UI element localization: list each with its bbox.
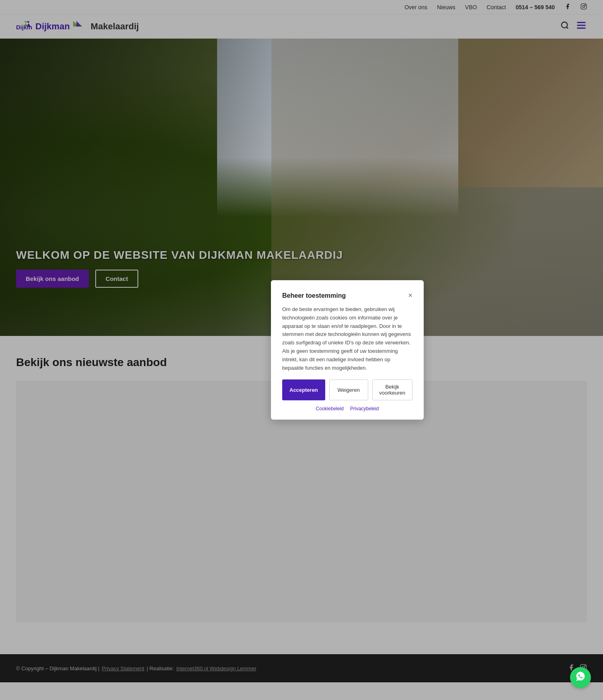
whatsapp-fab-button[interactable] [570, 667, 591, 688]
cookie-dialog: Beheer toestemming × Om de beste ervarin… [271, 280, 424, 420]
cookie-reject-button[interactable]: Weigeren [329, 380, 368, 401]
cookiebeleid-link[interactable]: Cookiebeleid [316, 406, 344, 412]
cookie-header: Beheer toestemming × [282, 291, 412, 300]
cookie-buttons: Accepteren Weigeren Bekijk voorkeuren [282, 380, 412, 401]
cookie-accept-button[interactable]: Accepteren [282, 380, 325, 401]
cookie-close-button[interactable]: × [408, 291, 412, 300]
cookie-text: Om de beste ervaringen te bieden, gebrui… [282, 305, 412, 372]
cookie-links: Cookiebeleid Privacybeleid [282, 406, 412, 412]
privacybeleid-link[interactable]: Privacybeleid [350, 406, 379, 412]
whatsapp-icon [575, 671, 586, 685]
cookie-title: Beheer toestemming [282, 292, 346, 299]
cookie-prefs-button[interactable]: Bekijk voorkeuren [372, 380, 412, 401]
